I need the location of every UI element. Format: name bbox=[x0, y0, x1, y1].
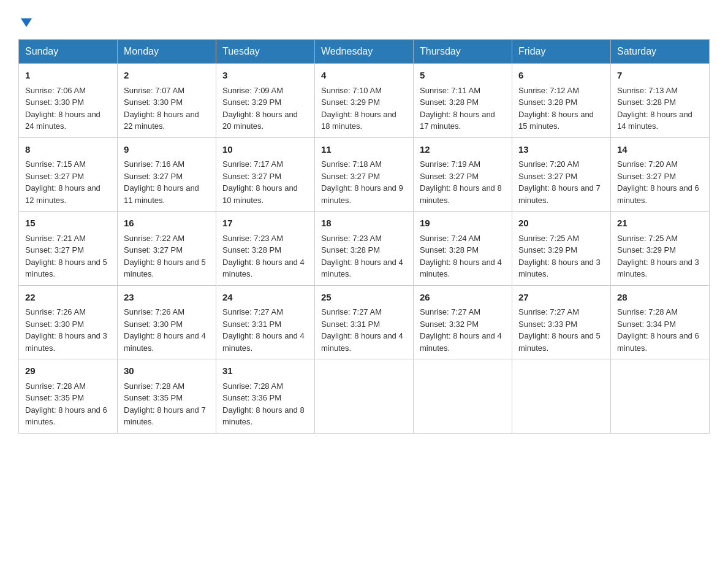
sunset-text: Sunset: 3:27 PM bbox=[222, 172, 281, 181]
sunset-text: Sunset: 3:28 PM bbox=[617, 98, 676, 107]
daylight-text: Daylight: 8 hours and 4 minutes. bbox=[124, 331, 206, 353]
sunset-text: Sunset: 3:27 PM bbox=[321, 172, 380, 181]
sunset-text: Sunset: 3:27 PM bbox=[25, 245, 84, 255]
sunset-text: Sunset: 3:32 PM bbox=[420, 320, 479, 329]
sunrise-text: Sunrise: 7:10 AM bbox=[321, 86, 382, 95]
sunrise-text: Sunrise: 7:24 AM bbox=[420, 234, 480, 243]
sunset-text: Sunset: 3:35 PM bbox=[25, 393, 84, 402]
sunrise-text: Sunrise: 7:12 AM bbox=[518, 86, 579, 95]
daylight-text: Daylight: 8 hours and 17 minutes. bbox=[420, 110, 495, 131]
sunrise-text: Sunrise: 7:27 AM bbox=[518, 307, 579, 316]
daylight-text: Daylight: 8 hours and 4 minutes. bbox=[420, 331, 502, 353]
day-number: 31 bbox=[222, 364, 308, 378]
sunset-text: Sunset: 3:31 PM bbox=[222, 320, 281, 329]
calendar-cell: 29Sunrise: 7:28 AMSunset: 3:35 PMDayligh… bbox=[19, 359, 118, 434]
daylight-text: Daylight: 8 hours and 4 minutes. bbox=[321, 258, 403, 279]
calendar-cell bbox=[414, 359, 512, 434]
sunset-text: Sunset: 3:27 PM bbox=[617, 172, 676, 181]
daylight-text: Daylight: 8 hours and 10 minutes. bbox=[222, 183, 298, 205]
daylight-text: Daylight: 8 hours and 6 minutes. bbox=[617, 331, 699, 353]
sunset-text: Sunset: 3:31 PM bbox=[321, 320, 380, 329]
day-number: 10 bbox=[222, 143, 308, 157]
calendar-table: SundayMondayTuesdayWednesdayThursdayFrid… bbox=[18, 39, 710, 434]
day-number: 5 bbox=[420, 69, 506, 83]
calendar-cell bbox=[611, 359, 710, 434]
daylight-text: Daylight: 8 hours and 5 minutes. bbox=[25, 258, 107, 279]
sunset-text: Sunset: 3:28 PM bbox=[518, 98, 577, 107]
sunrise-text: Sunrise: 7:25 AM bbox=[518, 234, 579, 243]
daylight-text: Daylight: 8 hours and 9 minutes. bbox=[321, 183, 403, 205]
sunrise-text: Sunrise: 7:19 AM bbox=[420, 159, 480, 169]
logo-triangle-icon bbox=[20, 16, 33, 29]
calendar-cell: 30Sunrise: 7:28 AMSunset: 3:35 PMDayligh… bbox=[118, 359, 216, 434]
sunset-text: Sunset: 3:28 PM bbox=[420, 245, 479, 255]
calendar-header-monday: Monday bbox=[118, 40, 216, 64]
day-number: 26 bbox=[420, 291, 506, 305]
day-number: 11 bbox=[321, 143, 407, 157]
calendar-cell: 8Sunrise: 7:15 AMSunset: 3:27 PMDaylight… bbox=[19, 137, 118, 212]
calendar-cell: 23Sunrise: 7:26 AMSunset: 3:30 PMDayligh… bbox=[118, 285, 216, 359]
daylight-text: Daylight: 8 hours and 5 minutes. bbox=[518, 331, 601, 353]
sunrise-text: Sunrise: 7:21 AM bbox=[25, 234, 86, 243]
calendar-cell: 3Sunrise: 7:09 AMSunset: 3:29 PMDaylight… bbox=[216, 64, 315, 138]
calendar-cell: 4Sunrise: 7:10 AMSunset: 3:29 PMDaylight… bbox=[315, 64, 414, 138]
calendar-cell: 1Sunrise: 7:06 AMSunset: 3:30 PMDaylight… bbox=[19, 64, 118, 138]
day-number: 6 bbox=[518, 69, 604, 83]
calendar-header-thursday: Thursday bbox=[414, 40, 512, 64]
calendar-cell: 2Sunrise: 7:07 AMSunset: 3:30 PMDaylight… bbox=[118, 64, 216, 138]
sunset-text: Sunset: 3:29 PM bbox=[222, 98, 281, 107]
sunrise-text: Sunrise: 7:28 AM bbox=[124, 381, 184, 391]
day-number: 14 bbox=[617, 143, 703, 157]
calendar-cell bbox=[512, 359, 611, 434]
daylight-text: Daylight: 8 hours and 24 minutes. bbox=[25, 110, 100, 131]
calendar-cell: 9Sunrise: 7:16 AMSunset: 3:27 PMDaylight… bbox=[118, 137, 216, 212]
sunrise-text: Sunrise: 7:16 AM bbox=[124, 159, 184, 169]
calendar-cell: 22Sunrise: 7:26 AMSunset: 3:30 PMDayligh… bbox=[19, 285, 118, 359]
day-number: 22 bbox=[25, 291, 111, 305]
daylight-text: Daylight: 8 hours and 22 minutes. bbox=[124, 110, 199, 131]
calendar-cell: 15Sunrise: 7:21 AMSunset: 3:27 PMDayligh… bbox=[19, 212, 118, 286]
daylight-text: Daylight: 8 hours and 4 minutes. bbox=[321, 331, 403, 353]
sunrise-text: Sunrise: 7:26 AM bbox=[25, 307, 86, 316]
day-number: 17 bbox=[222, 216, 308, 231]
day-number: 13 bbox=[518, 143, 604, 157]
day-number: 4 bbox=[321, 69, 407, 83]
sunset-text: Sunset: 3:27 PM bbox=[124, 172, 183, 181]
calendar-cell: 14Sunrise: 7:20 AMSunset: 3:27 PMDayligh… bbox=[611, 137, 710, 212]
sunrise-text: Sunrise: 7:09 AM bbox=[222, 86, 283, 95]
calendar-header-friday: Friday bbox=[512, 40, 611, 64]
calendar-cell: 5Sunrise: 7:11 AMSunset: 3:28 PMDaylight… bbox=[414, 64, 512, 138]
calendar-cell: 21Sunrise: 7:25 AMSunset: 3:29 PMDayligh… bbox=[611, 212, 710, 286]
calendar-cell: 31Sunrise: 7:28 AMSunset: 3:36 PMDayligh… bbox=[216, 359, 315, 434]
page-header bbox=[18, 12, 710, 29]
daylight-text: Daylight: 8 hours and 15 minutes. bbox=[518, 110, 594, 131]
daylight-text: Daylight: 8 hours and 14 minutes. bbox=[617, 110, 692, 131]
day-number: 24 bbox=[222, 291, 308, 305]
day-number: 9 bbox=[124, 143, 210, 157]
calendar-cell: 16Sunrise: 7:22 AMSunset: 3:27 PMDayligh… bbox=[118, 212, 216, 286]
sunrise-text: Sunrise: 7:20 AM bbox=[518, 159, 579, 169]
sunrise-text: Sunrise: 7:18 AM bbox=[321, 159, 382, 169]
day-number: 27 bbox=[518, 291, 604, 305]
calendar-cell: 6Sunrise: 7:12 AMSunset: 3:28 PMDaylight… bbox=[512, 64, 611, 138]
calendar-header-sunday: Sunday bbox=[19, 40, 118, 64]
sunset-text: Sunset: 3:27 PM bbox=[25, 172, 84, 181]
sunset-text: Sunset: 3:27 PM bbox=[124, 245, 183, 255]
calendar-cell: 24Sunrise: 7:27 AMSunset: 3:31 PMDayligh… bbox=[216, 285, 315, 359]
sunrise-text: Sunrise: 7:25 AM bbox=[617, 234, 678, 243]
daylight-text: Daylight: 8 hours and 5 minutes. bbox=[124, 258, 206, 279]
day-number: 2 bbox=[124, 69, 210, 83]
calendar-cell: 10Sunrise: 7:17 AMSunset: 3:27 PMDayligh… bbox=[216, 137, 315, 212]
sunset-text: Sunset: 3:29 PM bbox=[321, 98, 380, 107]
day-number: 3 bbox=[222, 69, 308, 83]
calendar-week-row: 1Sunrise: 7:06 AMSunset: 3:30 PMDaylight… bbox=[19, 64, 710, 138]
sunset-text: Sunset: 3:35 PM bbox=[124, 393, 183, 402]
sunset-text: Sunset: 3:30 PM bbox=[124, 320, 183, 329]
daylight-text: Daylight: 8 hours and 7 minutes. bbox=[124, 405, 206, 427]
calendar-cell: 26Sunrise: 7:27 AMSunset: 3:32 PMDayligh… bbox=[414, 285, 512, 359]
svg-marker-0 bbox=[21, 18, 32, 27]
calendar-header-tuesday: Tuesday bbox=[216, 40, 315, 64]
sunset-text: Sunset: 3:27 PM bbox=[420, 172, 479, 181]
daylight-text: Daylight: 8 hours and 3 minutes. bbox=[617, 258, 699, 279]
calendar-week-row: 8Sunrise: 7:15 AMSunset: 3:27 PMDaylight… bbox=[19, 137, 710, 212]
